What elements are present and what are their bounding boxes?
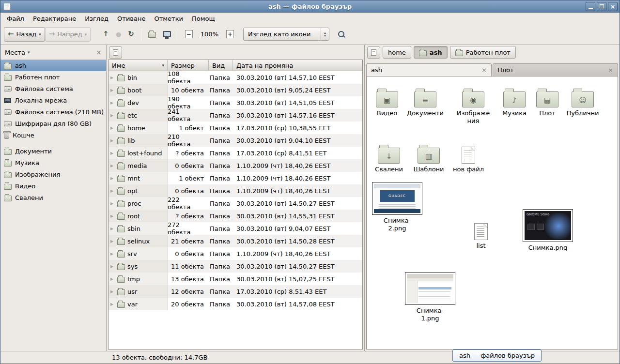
menu-view[interactable]: Изглед	[80, 14, 113, 24]
maximize-button[interactable]	[597, 2, 606, 11]
sidebar-item-encrypted-80gb[interactable]: Шифриран дял (80 GB)	[0, 118, 106, 129]
stop-button[interactable]: ●	[112, 27, 124, 42]
sidebar-item-downloads[interactable]: Свалени	[0, 192, 106, 203]
tab-desktop[interactable]: Плот ×	[493, 63, 618, 76]
menu-edit[interactable]: Редактиране	[29, 14, 80, 24]
tree-row[interactable]: ▶ bin 108 обекта Папка 30.03.2010 (вт) 1…	[108, 71, 362, 84]
menu-help[interactable]: Помощ	[187, 14, 219, 24]
tree-row[interactable]: ▶ home 1 обект Папка 17.03.2010 (ср) 10,…	[108, 121, 362, 134]
expander-icon[interactable]: ▶	[110, 214, 115, 218]
toggle-location-entry-button[interactable]	[109, 46, 122, 59]
expander-icon[interactable]: ▶	[110, 151, 115, 155]
sidebar-item-trash[interactable]: Кошче	[0, 129, 106, 141]
expander-icon[interactable]: ▶	[110, 164, 115, 168]
file-icon-documents[interactable]: ≡ Документи	[405, 83, 446, 117]
file-icon-public[interactable]: ☺ Публични	[562, 83, 603, 117]
view-mode-select[interactable]: Изглед като икони ▴ ▾	[243, 28, 329, 41]
tree-row[interactable]: ▶ lib 210 обекта Папка 30.03.2010 (вт) 9…	[108, 134, 362, 147]
file-icon-snapshot2[interactable]: GUADEC Снимка-2.png	[370, 182, 425, 232]
icon-view[interactable]: ▣ Видео ≡ Документи ◉ Изображения ♪ Музи…	[366, 76, 618, 349]
sidebar-dropdown-icon[interactable]: ▾	[28, 50, 30, 55]
titlebar[interactable]: ash — файлов браузър ×	[0, 0, 620, 13]
tree-row[interactable]: ▶ dev 190 обекта Папка 30.03.2010 (вт) 1…	[108, 96, 362, 109]
menu-go[interactable]: Отиване	[113, 14, 150, 24]
file-icon-downloads[interactable]: ↓ Свалени	[369, 139, 409, 173]
expander-icon[interactable]: ▶	[110, 126, 115, 130]
tab-ash[interactable]: ash ×	[366, 63, 492, 76]
expander-icon[interactable]: ▶	[110, 302, 115, 306]
menu-bookmarks[interactable]: Отметки	[150, 14, 187, 24]
expander-icon[interactable]: ▶	[110, 289, 115, 294]
sidebar-close-icon[interactable]: ×	[96, 48, 102, 56]
zoom-in-button[interactable]: +	[223, 27, 237, 42]
tree-row[interactable]: ▶ proc 222 обекта Папка 30.03.2010 (вт) …	[108, 197, 362, 210]
tree-row[interactable]: ▶ root ? обекта Папка 30.03.2010 (вт) 14…	[108, 210, 362, 222]
file-icon-pictures[interactable]: ◉ Изображения	[451, 83, 496, 124]
file-icon-desktop[interactable]: ▤ Плот	[527, 83, 568, 117]
expander-icon[interactable]: ▶	[110, 252, 115, 256]
sidebar-item-filesystem[interactable]: Файлова система	[0, 83, 106, 94]
tab-close-icon[interactable]: ×	[608, 66, 613, 74]
tree-row[interactable]: ▶ tmp 13 обекта Папка 30.03.2010 (вт) 15…	[108, 273, 362, 285]
sidebar-item-pictures[interactable]: Изображения	[0, 168, 106, 180]
zoom-out-button[interactable]: −	[182, 27, 196, 42]
expander-icon[interactable]: ▶	[110, 176, 115, 181]
column-header-date[interactable]: Дата на промяна	[233, 60, 362, 71]
sidebar-item-filesystem-210mb[interactable]: Файлова система (210 MB)	[0, 106, 106, 118]
sidebar-item-music[interactable]: Музика	[0, 157, 106, 168]
sidebar-title[interactable]: Места	[5, 49, 25, 56]
expander-icon[interactable]: ▶	[110, 189, 115, 193]
minimize-button[interactable]	[586, 2, 595, 11]
tree-row[interactable]: ▶ boot 10 обекта Папка 30.03.2010 (вт) 9…	[108, 84, 362, 96]
file-icon-snapshot[interactable]: GNOME Store Снимка.png	[520, 209, 576, 252]
up-button[interactable]: ↑	[99, 27, 112, 42]
expander-icon[interactable]: ▶	[110, 76, 115, 80]
expander-icon[interactable]: ▶	[110, 264, 115, 269]
expander-icon[interactable]: ▶	[110, 227, 115, 231]
expander-icon[interactable]: ▶	[110, 101, 115, 105]
file-icon-snapshot1[interactable]: Снимка-1.png	[403, 272, 458, 322]
tree-row[interactable]: ▶ srv 0 обекта Папка 1.10.2009 (чт) 18,4…	[108, 247, 362, 260]
expander-icon[interactable]: ▶	[110, 201, 115, 206]
tree-row[interactable]: ▶ sys 11 обекта Папка 30.03.2010 (вт) 14…	[108, 260, 362, 273]
file-icon-new-file[interactable]: нов файл	[448, 139, 489, 173]
menu-file[interactable]: Файл	[2, 14, 29, 24]
tree-row[interactable]: ▶ mnt 1 обект Папка 1.10.2009 (чт) 18,40…	[108, 172, 362, 184]
tree-row[interactable]: ▶ sbin 272 обекта Папка 30.03.2010 (вт) …	[108, 222, 362, 235]
tree-row[interactable]: ▶ opt 0 обекта Папка 1.10.2009 (чт) 18,4…	[108, 184, 362, 197]
breadcrumb-desktop[interactable]: Работен плот	[450, 46, 516, 59]
tree-row[interactable]: ▶ etc 241 обекта Папка 30.03.2010 (вт) 1…	[108, 109, 362, 121]
column-header-type[interactable]: Вид	[209, 60, 233, 71]
toggle-location-entry-button[interactable]	[367, 46, 380, 59]
back-button[interactable]: ← Назад ▾	[4, 27, 45, 42]
tree-row[interactable]: ▶ selinux 21 обекта Папка 30.03.2010 (вт…	[108, 235, 362, 247]
taskbar-window-button[interactable]: ash — файлов браузър	[452, 349, 542, 362]
tree-row[interactable]: ▶ var 20 обекта Папка 30.03.2010 (вт) 14…	[108, 298, 362, 310]
home-button[interactable]	[145, 27, 159, 42]
sidebar-item-local-network[interactable]: Локална мрежа	[0, 94, 106, 106]
tree-row[interactable]: ▶ media 0 обекта Папка 1.10.2009 (чт) 18…	[108, 159, 362, 172]
sidebar-item-ash[interactable]: ash	[0, 60, 106, 71]
column-header-name[interactable]: Име ▾	[108, 60, 168, 71]
expander-icon[interactable]: ▶	[110, 88, 115, 92]
tree-row[interactable]: ▶ lost+found ? обекта Папка 17.03.2010 (…	[108, 147, 362, 159]
search-button[interactable]	[334, 27, 349, 42]
expander-icon[interactable]: ▶	[110, 277, 115, 281]
tree-row[interactable]: ▶ usr 12 обекта Папка 17.03.2010 (ср) 8,…	[108, 285, 362, 298]
breadcrumb-home[interactable]: home	[383, 46, 411, 59]
reload-button[interactable]: ↻	[124, 27, 138, 42]
expander-icon[interactable]: ▶	[110, 239, 115, 243]
computer-button[interactable]	[159, 27, 174, 42]
column-header-size[interactable]: Размер	[168, 60, 209, 71]
back-history-dropdown-icon[interactable]: ▾	[39, 32, 41, 37]
expander-icon[interactable]: ▶	[110, 138, 115, 143]
sidebar-item-desktop[interactable]: Работен плот	[0, 71, 106, 83]
view-mode-spinner[interactable]: ▴ ▾	[321, 28, 329, 40]
sidebar-item-documents[interactable]: Документи	[0, 145, 106, 157]
forward-button[interactable]: → Напред ▾	[45, 27, 91, 42]
tab-close-icon[interactable]: ×	[481, 66, 487, 74]
file-icon-videos[interactable]: ▣ Видео	[367, 83, 407, 117]
sidebar-item-videos[interactable]: Видео	[0, 180, 106, 192]
file-icon-templates[interactable]: ▥ Шаблони	[408, 139, 449, 173]
expander-icon[interactable]: ▶	[110, 113, 115, 118]
